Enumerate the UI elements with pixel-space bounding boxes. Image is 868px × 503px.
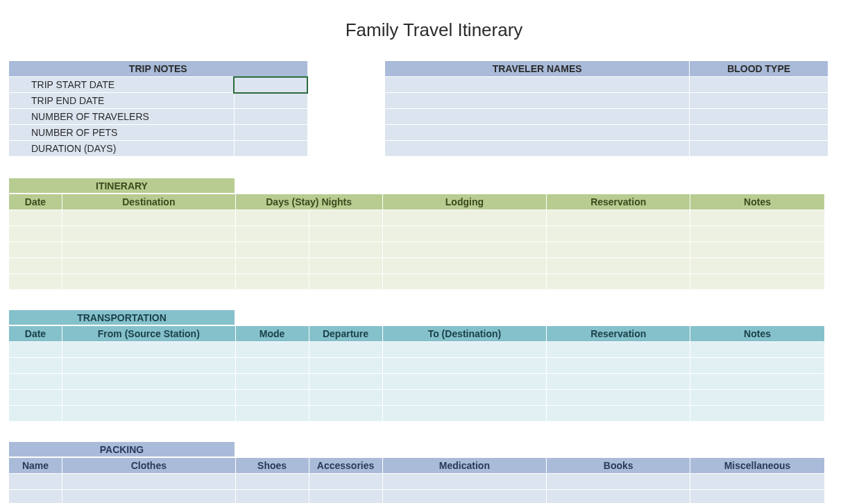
trip-notes-cell[interactable]: [234, 77, 307, 93]
cell[interactable]: [690, 342, 825, 358]
cell[interactable]: [9, 490, 62, 504]
trip-notes-cell[interactable]: [234, 93, 307, 109]
cell[interactable]: [382, 274, 547, 290]
cell[interactable]: [309, 226, 382, 242]
cell[interactable]: [309, 242, 382, 258]
cell[interactable]: [382, 374, 547, 390]
cell[interactable]: [547, 258, 690, 274]
cell[interactable]: [62, 406, 235, 422]
cell[interactable]: [382, 358, 547, 374]
cell[interactable]: [690, 274, 825, 290]
cell[interactable]: [382, 406, 547, 422]
cell[interactable]: [382, 490, 547, 504]
cell[interactable]: [62, 374, 235, 390]
cell[interactable]: [547, 274, 690, 290]
cell[interactable]: [547, 390, 690, 406]
cell[interactable]: [309, 374, 382, 390]
cell[interactable]: [235, 342, 309, 358]
cell[interactable]: [382, 226, 547, 242]
cell[interactable]: [62, 390, 235, 406]
cell[interactable]: [9, 226, 62, 242]
cell[interactable]: [309, 390, 382, 406]
trip-notes-cell[interactable]: [234, 141, 307, 157]
cell[interactable]: [62, 490, 235, 504]
cell[interactable]: [235, 490, 309, 504]
cell[interactable]: [382, 258, 547, 274]
cell[interactable]: [62, 210, 235, 226]
traveler-name-cell[interactable]: [385, 77, 690, 93]
cell[interactable]: [690, 210, 825, 226]
cell[interactable]: [9, 358, 62, 374]
cell[interactable]: [9, 242, 62, 258]
cell[interactable]: [9, 342, 62, 358]
cell[interactable]: [547, 490, 690, 504]
cell[interactable]: [547, 242, 690, 258]
cell[interactable]: [309, 490, 382, 504]
cell[interactable]: [547, 226, 690, 242]
cell[interactable]: [62, 358, 235, 374]
traveler-name-cell[interactable]: [385, 141, 690, 157]
cell[interactable]: [9, 210, 62, 226]
cell[interactable]: [382, 210, 547, 226]
cell[interactable]: [235, 358, 309, 374]
cell[interactable]: [690, 474, 825, 490]
cell[interactable]: [62, 474, 235, 490]
cell[interactable]: [547, 406, 690, 422]
cell[interactable]: [62, 258, 235, 274]
cell[interactable]: [547, 358, 690, 374]
cell[interactable]: [235, 374, 309, 390]
cell[interactable]: [9, 258, 62, 274]
cell[interactable]: [235, 406, 309, 422]
cell[interactable]: [309, 258, 382, 274]
traveler-blood-cell[interactable]: [690, 93, 828, 109]
cell[interactable]: [309, 210, 382, 226]
traveler-blood-cell[interactable]: [690, 109, 828, 125]
traveler-blood-cell[interactable]: [690, 77, 828, 93]
cell[interactable]: [235, 274, 309, 290]
cell[interactable]: [690, 390, 825, 406]
cell[interactable]: [62, 342, 235, 358]
cell[interactable]: [690, 258, 825, 274]
trip-notes-cell[interactable]: [234, 125, 307, 141]
cell[interactable]: [309, 274, 382, 290]
cell[interactable]: [309, 406, 382, 422]
cell[interactable]: [690, 226, 825, 242]
trip-notes-cell[interactable]: [234, 109, 307, 125]
traveler-blood-cell[interactable]: [690, 125, 828, 141]
cell[interactable]: [9, 474, 62, 490]
cell[interactable]: [9, 406, 62, 422]
cell[interactable]: [547, 474, 690, 490]
cell[interactable]: [382, 342, 547, 358]
cell[interactable]: [235, 242, 309, 258]
cell[interactable]: [309, 342, 382, 358]
cell[interactable]: [235, 258, 309, 274]
cell[interactable]: [690, 374, 825, 390]
cell[interactable]: [547, 342, 690, 358]
cell[interactable]: [690, 406, 825, 422]
cell[interactable]: [382, 474, 547, 490]
cell[interactable]: [9, 374, 62, 390]
cell[interactable]: [382, 390, 547, 406]
cell[interactable]: [690, 358, 825, 374]
cell[interactable]: [9, 274, 62, 290]
cell[interactable]: [309, 358, 382, 374]
cell[interactable]: [62, 242, 235, 258]
cell[interactable]: [309, 474, 382, 490]
cell[interactable]: [62, 226, 235, 242]
cell[interactable]: [235, 474, 309, 490]
traveler-name-cell[interactable]: [385, 93, 690, 109]
traveler-name-cell[interactable]: [385, 109, 690, 125]
traveler-blood-cell[interactable]: [690, 141, 828, 157]
cell[interactable]: [690, 490, 825, 504]
cell[interactable]: [9, 390, 62, 406]
cell[interactable]: [547, 210, 690, 226]
trans-h-reservation: Reservation: [547, 326, 690, 342]
cell[interactable]: [690, 242, 825, 258]
cell[interactable]: [235, 210, 309, 226]
cell[interactable]: [235, 390, 309, 406]
traveler-name-cell[interactable]: [385, 125, 690, 141]
cell[interactable]: [235, 226, 309, 242]
cell[interactable]: [547, 374, 690, 390]
cell[interactable]: [382, 242, 547, 258]
cell[interactable]: [62, 274, 235, 290]
